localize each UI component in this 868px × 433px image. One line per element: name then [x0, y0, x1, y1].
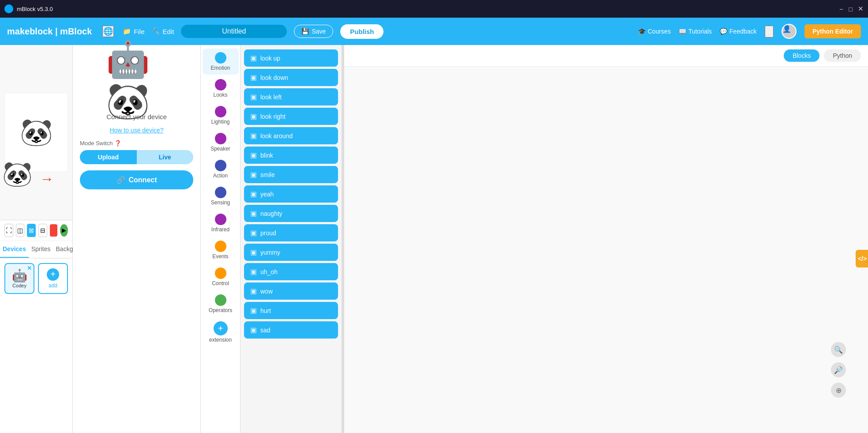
block-proud[interactable]: ▣ proud — [244, 224, 338, 241]
feedback-button[interactable]: 💬 Feedback — [720, 28, 756, 35]
block-icon-naughty: ▣ — [250, 209, 257, 218]
zoom-out-button[interactable]: 🔎 — [831, 362, 846, 377]
device-codey-label: Codey — [12, 283, 26, 288]
block-icon-blink: ▣ — [250, 151, 257, 159]
courses-button[interactable]: 🎓 Courses — [638, 28, 671, 35]
block-icon-proud: ▣ — [250, 229, 257, 237]
tab-sprites[interactable]: Sprites — [29, 241, 53, 258]
workspace-canvas[interactable]: </> 🔍 🔎 ⊕ — [344, 67, 868, 433]
fullscreen-button[interactable]: ⛶ — [4, 224, 13, 237]
live-mode-button[interactable]: Live — [137, 150, 194, 164]
emotion-label: Emotion — [210, 65, 230, 71]
device-image-area: 🤖🐼 — [106, 54, 168, 107]
tab-blocks[interactable]: Blocks — [784, 49, 819, 62]
block-icon-uh-oh: ▣ — [250, 267, 257, 276]
category-emotion[interactable]: Emotion — [203, 49, 239, 75]
lighting-dot — [215, 106, 226, 117]
control-dot — [215, 267, 226, 279]
code-toggle-button[interactable]: </> — [856, 250, 868, 267]
block-hurt[interactable]: ▣ hurt — [244, 302, 338, 319]
edit-icon: 🔧 — [152, 27, 160, 35]
maximize-button[interactable]: □ — [849, 5, 853, 13]
file-icon: 📁 — [123, 27, 131, 35]
category-looks[interactable]: Looks — [203, 75, 239, 102]
edit-menu-button[interactable]: 🔧 Edit — [152, 27, 174, 35]
grid-view-button[interactable]: ⊠ — [27, 224, 36, 237]
title-bar: mBlock v5.3.0 − □ ✕ — [0, 0, 868, 18]
connect-link-icon: 🔗 — [116, 176, 125, 184]
file-menu-button[interactable]: 📁 File — [123, 27, 144, 35]
block-icon-yeah: ▣ — [250, 190, 257, 198]
block-look-down[interactable]: ▣ look down — [244, 69, 338, 86]
workspace-panel: Blocks Python </> 🔍 🔎 ⊕ — [344, 45, 868, 433]
how-to-link[interactable]: How to use device? — [109, 127, 163, 134]
minimize-button[interactable]: − — [839, 5, 843, 13]
block-look-left[interactable]: ▣ look left — [244, 88, 338, 105]
center-view-button[interactable]: ⊕ — [831, 383, 846, 398]
stage-area: 🐼 — [0, 45, 72, 220]
connect-button[interactable]: 🔗 Connect — [80, 170, 193, 189]
add-device-button[interactable]: + add — [38, 263, 68, 294]
block-yeah[interactable]: ▣ yeah — [244, 185, 338, 203]
block-look-right[interactable]: ▣ look right — [244, 108, 338, 125]
left-panel: 🐼 ⛶ ◫ ⊠ ⊟ ▶ Devices Sprites Background ✕… — [0, 45, 73, 433]
stage-controls: ⛶ ◫ ⊠ ⊟ ▶ — [0, 220, 72, 241]
emotion-dot — [215, 52, 226, 64]
category-control[interactable]: Control — [203, 264, 239, 290]
navbar-right: 🎓 Courses 📖 Tutorials 💬 Feedback ··· 👤 P… — [638, 24, 861, 39]
split-view-button[interactable]: ◫ — [16, 224, 25, 237]
python-editor-button[interactable]: Python Editor — [804, 24, 861, 38]
brand-logo: makeblock | mBlock — [7, 26, 92, 37]
looks-label: Looks — [213, 92, 227, 98]
go-button[interactable]: ▶ — [60, 224, 68, 237]
tutorials-icon: 📖 — [679, 28, 686, 35]
block-yummy[interactable]: ▣ yummy — [244, 244, 338, 261]
block-wow[interactable]: ▣ wow — [244, 282, 338, 300]
category-operators[interactable]: Operators — [203, 291, 239, 317]
language-button[interactable]: 🌐 — [102, 26, 114, 37]
panda-mascot: 🐼 — [2, 160, 33, 188]
category-lighting[interactable]: Lighting — [203, 102, 239, 128]
device-robot-image: 🤖🐼 — [106, 39, 168, 122]
add-label: add — [49, 282, 57, 289]
block-look-around[interactable]: ▣ look around — [244, 127, 338, 144]
block-uh-oh[interactable]: ▣ uh_oh — [244, 263, 338, 280]
device-codey[interactable]: ✕ 🤖 Codey — [4, 263, 34, 294]
operators-dot — [215, 294, 226, 306]
block-sad[interactable]: ▣ sad — [244, 321, 338, 339]
category-action[interactable]: Action — [203, 156, 239, 182]
block-naughty[interactable]: ▣ naughty — [244, 205, 338, 222]
block-icon-look-right: ▣ — [250, 112, 257, 120]
category-infrared[interactable]: Infrared — [203, 210, 239, 236]
block-smile[interactable]: ▣ smile — [244, 166, 338, 183]
project-title-input[interactable] — [181, 25, 287, 38]
speaker-dot — [215, 133, 226, 144]
tab-python[interactable]: Python — [824, 49, 861, 62]
close-button[interactable]: ✕ — [858, 5, 864, 13]
tab-bar: Devices Sprites Background — [0, 241, 72, 259]
stop-button[interactable] — [50, 224, 58, 237]
more-button[interactable]: ··· — [765, 26, 774, 38]
control-label: Control — [212, 280, 229, 286]
block-icon-wow: ▣ — [250, 287, 257, 295]
tab-devices[interactable]: Devices — [0, 241, 29, 258]
tutorials-button[interactable]: 📖 Tutorials — [679, 28, 712, 35]
mode-switch-row: Mode Switch ❓ Upload Live — [80, 140, 193, 164]
device-close-icon[interactable]: ✕ — [27, 265, 32, 271]
help-icon[interactable]: ❓ — [114, 140, 121, 147]
upload-mode-button[interactable]: Upload — [80, 150, 137, 164]
publish-button[interactable]: Publish — [340, 24, 383, 39]
category-speaker[interactable]: Speaker — [203, 129, 239, 155]
block-look-up[interactable]: ▣ look up — [244, 49, 338, 67]
four-grid-button[interactable]: ⊟ — [38, 224, 47, 237]
category-sensing[interactable]: Sensing — [203, 183, 239, 209]
block-icon-hurt: ▣ — [250, 306, 257, 315]
zoom-in-button[interactable]: 🔍 — [831, 342, 846, 357]
block-blink[interactable]: ▣ blink — [244, 147, 338, 164]
category-events[interactable]: Events — [203, 237, 239, 263]
category-extension[interactable]: + extension — [203, 318, 239, 346]
user-avatar[interactable]: 👤 — [782, 24, 797, 39]
save-button[interactable]: 💾 Save — [294, 25, 333, 38]
window-controls: − □ ✕ — [839, 5, 864, 13]
main-area: 🐼 → 🐼 ⛶ ◫ ⊠ ⊟ ▶ Devices Sprites Backgrou… — [0, 45, 868, 433]
